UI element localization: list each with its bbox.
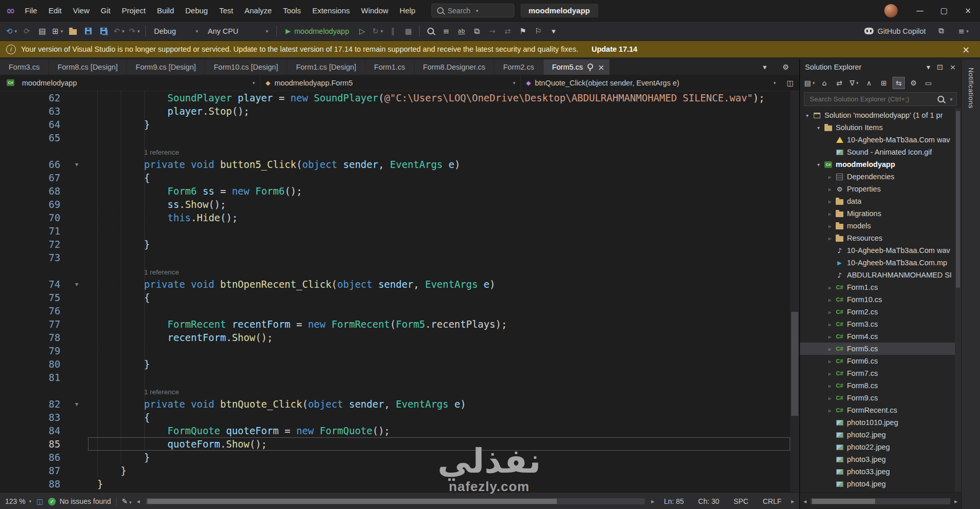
menu-build[interactable]: Build [151,0,180,21]
solution-switcher-icon[interactable]: ▤▾ [804,77,815,89]
code-line[interactable]: FormQuote quoteForm = new FormQuote(); [88,424,790,437]
preview-icon[interactable]: ▭ [923,77,934,89]
tree-item-form9-cs[interactable]: ▹Form9.cs [800,392,961,404]
start-without-debugging-icon[interactable]: ▷ [355,25,369,38]
code-line[interactable]: { [88,291,790,304]
hot-reload-icon[interactable]: ↻▾ [370,25,385,38]
document-dropdown-icon[interactable]: ▾ [757,60,772,74]
solution-explorer-search[interactable]: ▾ [804,92,957,106]
close-icon[interactable]: × [950,63,956,71]
menu-edit[interactable]: Edit [43,0,68,21]
collapsed-chevron-icon[interactable]: ▹ [825,174,834,180]
navigate-forward-icon[interactable]: ⟳ [19,25,34,38]
interchange-icon[interactable]: ⇄ [500,25,515,38]
collapsed-chevron-icon[interactable]: ▹ [825,358,834,364]
collapsed-chevron-icon[interactable]: ▹ [825,285,834,290]
menu-project[interactable]: Project [116,0,151,21]
show-all-files-icon[interactable]: ⊞ [878,77,889,89]
indent-icon[interactable]: → [485,25,499,38]
tree-item-resources[interactable]: ▹Resources [800,232,961,244]
tree-item-form10-cs[interactable]: ▹Form10.cs [800,293,961,306]
code-line[interactable]: { [88,171,790,184]
spell-check-icon[interactable]: ab [454,25,469,38]
scrollbar-thumb[interactable] [791,312,798,416]
vertical-scrollbar[interactable] [790,91,799,492]
tab-form3-cs[interactable]: Form3.cs [0,59,48,75]
collapsed-chevron-icon[interactable]: ▹ [825,297,834,303]
code-line[interactable]: ss.Show(); [88,198,790,211]
expanded-chevron-icon[interactable]: ▾ [814,125,823,131]
stop-icon[interactable]: ■ [401,25,416,38]
code-line[interactable]: player.Stop(); [88,104,790,118]
tab-form5-cs[interactable]: Form5.cs× [543,59,610,75]
code-line[interactable]: } [88,464,790,477]
collapsed-chevron-icon[interactable]: ▹ [825,223,834,229]
switch-views-icon[interactable]: ⇄ [834,77,845,89]
properties-icon[interactable]: ⚙ [908,77,919,89]
collapsed-chevron-icon[interactable]: ▹ [825,211,834,217]
tree-item-photo2-jpeg[interactable]: photo2.jpeg [800,429,961,441]
tree-item-form8-cs[interactable]: ▹Form8.cs [800,379,961,392]
menu-git[interactable]: Git [95,0,116,21]
code-cleanup-icon[interactable]: ✎▾ [122,497,132,505]
maximize-button[interactable]: ▢ [932,0,956,21]
tree-item-10-agheeb-matb3aa-com-mp[interactable]: ▶10-Agheeb-MaTb3aa.Com.mp [800,257,961,269]
code-line[interactable]: private void btnQuote_Click(object sende… [88,397,790,411]
scrollbar-thumb[interactable] [812,499,875,504]
pin-icon[interactable] [587,63,593,69]
tree-item-data[interactable]: ▹data [800,195,961,207]
scrollbar-thumb[interactable] [147,499,557,504]
close-button[interactable]: × [956,0,980,21]
home-icon[interactable]: ⌂ [819,77,830,89]
scrollbar-thumb[interactable] [956,111,960,288]
expanded-chevron-icon[interactable]: ▾ [803,113,812,118]
horizontal-scrollbar[interactable] [146,498,645,504]
minimize-button[interactable]: — [908,0,932,21]
tree-item-photo3-jpeg[interactable]: photo3.jpeg [800,453,961,465]
code-line[interactable]: } [88,238,790,251]
search-box[interactable]: Search ▾ [431,4,514,17]
codelens-references[interactable]: 1 reference [144,149,179,156]
menu-test[interactable]: Test [213,0,239,21]
compare-documents-icon[interactable]: ⧉ [469,25,484,38]
save-all-icon[interactable] [96,25,111,38]
scroll-left-icon[interactable]: ◂ [803,498,807,505]
tree-item-photo4-jpeg[interactable]: photo4.jpeg [800,478,961,490]
tab-form1-cs-design[interactable]: Form1.cs [Design] [287,59,365,75]
tree-item-form7-cs[interactable]: ▹Form7.cs [800,367,961,379]
tree-item-solution-items[interactable]: ▾Solution Items [800,121,961,134]
fold-chevron-icon[interactable]: ▾ [66,278,88,291]
codelens-references[interactable]: 1 reference [144,388,179,396]
open-file-icon[interactable] [66,25,80,38]
code-line[interactable] [88,344,790,357]
tree-item-form6-cs[interactable]: ▹Form6.cs [800,355,961,367]
redo-icon[interactable]: ↷▾ [127,25,142,38]
find-in-files-icon[interactable] [423,25,438,38]
notifications-tab[interactable]: Notifications [967,68,975,509]
collapsed-chevron-icon[interactable]: ▹ [825,309,834,315]
scroll-left-icon[interactable]: ◂ [137,498,140,505]
tree-item-form5-cs[interactable]: ▹Form5.cs [800,343,961,355]
menu-extensions[interactable]: Extensions [307,0,355,21]
line-structure-icon[interactable]: ≡ [439,25,453,38]
code-line[interactable]: } [88,357,790,371]
break-all-icon[interactable]: ∥ [385,25,400,38]
spaces-indicator[interactable]: SPC [729,497,753,505]
issues-indicator[interactable]: ✓ No issues found [48,497,111,505]
solution-explorer-header[interactable]: Solution Explorer ▾⊡× [800,59,961,75]
menu-tools[interactable]: Tools [277,0,307,21]
tab-form10-cs-design[interactable]: Form10.cs [Design] [205,59,287,75]
bookmark-icon[interactable]: ⚑ [515,25,530,38]
code-line[interactable] [88,371,790,384]
collapse-all-icon[interactable]: ∧ [863,77,875,89]
github-copilot-button[interactable]: GitHub Copilot [863,25,927,38]
breadcrumb-type[interactable]: ◆ moodmelodyapp.Form5 ▾ [260,75,521,91]
menu-file[interactable]: File [19,0,43,21]
close-icon[interactable]: × [598,62,604,72]
update-link[interactable]: Update 17.14 [592,45,637,53]
menu-debug[interactable]: Debug [180,0,213,21]
tree-item-solution-moodmelodyapp-1-of-1-pr[interactable]: ▾Solution 'moodmelodyapp' (1 of 1 pr [800,109,961,121]
breadcrumb-member[interactable]: ◆ btnQuote_Click(object sender, EventArg… [521,75,781,91]
tab-form8-designer-cs[interactable]: Form8.Designer.cs [415,59,494,75]
collapsed-chevron-icon[interactable]: ▹ [825,322,834,327]
